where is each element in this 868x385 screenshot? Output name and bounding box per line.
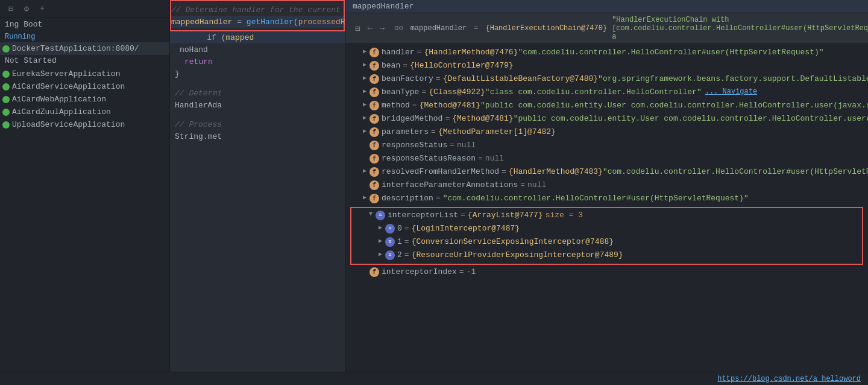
eq-description: =	[436, 194, 441, 203]
var-row-parameters[interactable]: ▶ f parameters = {MethodParameter[1]@748…	[345, 126, 868, 139]
key-method: method	[382, 101, 410, 110]
val-responsestatus: null	[457, 141, 476, 150]
eq-responsestatus: =	[450, 141, 454, 150]
expand-beanfactory[interactable]: ▶	[360, 74, 370, 81]
val-beantype: "class com.codeliu.controller.HelloContr…	[485, 88, 702, 97]
filter-icon[interactable]: ⊟	[5, 2, 17, 14]
eq-interceptorindex: =	[459, 267, 464, 276]
val-interceptor-0: {LoginInterceptor@7487}	[412, 224, 520, 233]
icon-bean: f	[370, 61, 379, 71]
var-row-handler[interactable]: ▶ f handler = {HandlerMethod@7476} "com.…	[345, 46, 868, 60]
expand-interceptorlist[interactable]: ▼	[366, 211, 376, 217]
eq-method: =	[412, 101, 417, 110]
expand-beantype[interactable]: ▶	[360, 88, 370, 95]
expand-bean[interactable]: ▶	[360, 61, 370, 68]
type-method: {Method@7481}	[420, 101, 480, 110]
code-lines-below: if (mapped noHand return } // Determi Ha…	[170, 31, 345, 142]
var-row-bridgedmethod[interactable]: ▶ f bridgedMethod = {Method@7481} "publi…	[345, 113, 868, 126]
aicard-web-label: AiCardWebApplication	[12, 95, 106, 104]
settings-icon[interactable]: ⚙	[20, 2, 33, 14]
expand-method[interactable]: ▶	[360, 101, 370, 108]
val-bridgedmethod: "public com.codeliu.entity.User com.code…	[514, 114, 868, 123]
eq-bridgedmethod: =	[445, 114, 450, 123]
icon-beantype: f	[370, 88, 379, 97]
icon-responsestatusreason: f	[370, 154, 379, 164]
icon-interceptor-2: ≡	[385, 250, 395, 260]
nav-icons: ⊟ ← →	[353, 22, 387, 35]
brace-code: }	[170, 69, 180, 78]
if-code: if (mapped	[188, 33, 254, 42]
code-line-process: // Process	[170, 118, 345, 130]
key-interceptor-2: 2	[397, 250, 402, 259]
sidebar-item-aicard-web[interactable]: AiCardWebApplication	[0, 93, 169, 106]
var-row-resolvedfromhandlermethod[interactable]: ▶ f resolvedFromHandlerMethod = {Handler…	[345, 166, 868, 179]
key-beanfactory: beanFactory	[382, 74, 433, 83]
var-row-beanfactory[interactable]: ▶ f beanFactory = {DefaultListableBeanFa…	[345, 73, 868, 86]
expand-handler[interactable]: ▶	[360, 48, 370, 55]
key-description: description	[382, 194, 433, 203]
sidebar-item-aicard-service[interactable]: AiCardServiceApplication	[0, 80, 169, 93]
docker-app-label: DockerTestApplication:8080/	[12, 44, 139, 53]
key-responsestatusreason: responseStatusReason	[382, 154, 476, 163]
type-handler: {HandlerMethod@7476}	[424, 48, 518, 57]
var-row-beantype[interactable]: ▶ f beanType = {Class@4922} "class com.c…	[345, 86, 868, 100]
nohand-code: noHand	[170, 45, 208, 54]
key-parameters: parameters	[382, 127, 429, 136]
code-line-determi: // Determi	[170, 87, 345, 99]
var-row-responsestatus[interactable]: f responseStatus = null	[345, 139, 868, 153]
var-row-bean[interactable]: ▶ f bean = {HelloController@7479}	[345, 60, 868, 73]
sidebar-item-aicard-zuul[interactable]: AiCardZuulApplication	[0, 106, 169, 118]
navigate-link-beantype[interactable]: ... Navigate	[705, 88, 757, 96]
var-row-interceptor-1[interactable]: ▶ ≡ 1 = {ConversionServiceExposingInterc…	[351, 236, 862, 249]
val-method: "public com.codeliu.entity.User com.code…	[480, 101, 868, 110]
icon-handler: f	[370, 48, 379, 57]
expand-parameters[interactable]: ▶	[360, 127, 370, 135]
status-dot-upload	[2, 121, 10, 129]
icon-parameters: f	[370, 127, 379, 137]
val-interfaceparameterannotations: null	[527, 180, 546, 189]
interceptor-box: ▼ ≡ interceptorList = {ArrayList@7477} s…	[350, 207, 863, 265]
key-bridgedmethod: bridgedMethod	[382, 114, 442, 123]
nav-back-icon[interactable]: ←	[365, 22, 374, 34]
var-row-interceptorlist[interactable]: ▼ ≡ interceptorList = {ArrayList@7477} s…	[351, 209, 862, 223]
spacer1	[170, 80, 345, 87]
expand-interceptor-2[interactable]: ▶	[376, 250, 385, 258]
size-interceptorlist: size = 3	[546, 211, 583, 220]
debug-panel: mappedHandler ⊟ ← → oo mappedHandler = {…	[345, 0, 868, 372]
var-row-interfaceparameterannotations[interactable]: f interfaceParameterAnnotations = null	[345, 179, 868, 192]
add-icon[interactable]: +	[36, 2, 48, 14]
nav-forward-icon[interactable]: →	[377, 22, 387, 34]
string-code: String.met	[170, 132, 222, 141]
sidebar-item-eureka[interactable]: EurekaServerApplication	[0, 68, 169, 80]
expand-interceptor-1[interactable]: ▶	[376, 237, 385, 244]
debug-nav-bar: ⊟ ← → oo mappedHandler = {HandlerExecuti…	[345, 13, 868, 44]
expand-resolvedfromhandlermethod[interactable]: ▶	[360, 167, 370, 174]
val-interceptor-1: {ConversionServiceExposingInterceptor@74…	[412, 237, 614, 246]
val-resolvedfromhandlermethod: "com.codeliu.controller.HelloController#…	[603, 167, 868, 176]
var-row-interceptor-0[interactable]: ▶ ≡ 0 = {LoginInterceptor@7487}	[351, 223, 862, 236]
type-bean: {HelloController@7479}	[410, 61, 514, 70]
type-resolvedfromhandlermethod: {HandlerMethod@7483}	[509, 167, 603, 176]
eq-bean: =	[403, 61, 407, 70]
expand-description[interactable]: ▶	[360, 194, 370, 201]
expand-interceptor-0[interactable]: ▶	[376, 224, 385, 231]
var-row-method[interactable]: ▶ f method = {Method@7481} "public com.c…	[345, 100, 868, 113]
key-interceptorlist: interceptorList	[388, 211, 458, 220]
status-url[interactable]: https://blog.csdn.net/a_helloword	[717, 375, 861, 383]
status-dot-docker	[2, 45, 10, 52]
var-row-description[interactable]: ▶ f description = "com.codeliu.controlle…	[345, 192, 868, 206]
sidebar-list: ing Boot Running DockerTestApplication:8…	[0, 18, 169, 372]
status-bar: https://blog.csdn.net/a_helloword	[0, 372, 868, 385]
icon-method: f	[370, 101, 379, 110]
key-handler: handler	[382, 48, 415, 57]
var-row-responsestatusreason[interactable]: f responseStatusReason = null	[345, 153, 868, 166]
sidebar-item-docker[interactable]: DockerTestApplication:8080/	[0, 42, 169, 55]
var-row-interceptorindex[interactable]: f interceptorIndex = -1	[345, 266, 868, 279]
var-row-interceptor-2[interactable]: ▶ ≡ 2 = {ResourceUrlProviderExposingInte…	[351, 249, 862, 262]
sidebar-item-upload[interactable]: UploadServiceApplication	[0, 118, 169, 131]
expand-bridgedmethod[interactable]: ▶	[360, 114, 370, 121]
val-beanfactory: "org.springframework.beans.factory.suppo…	[598, 74, 868, 83]
nav-bookmark-icon[interactable]: ⊟	[353, 22, 362, 35]
key-interfaceparameterannotations: interfaceParameterAnnotations	[382, 180, 518, 189]
key-resolvedfromhandlermethod: resolvedFromHandlerMethod	[382, 167, 499, 176]
